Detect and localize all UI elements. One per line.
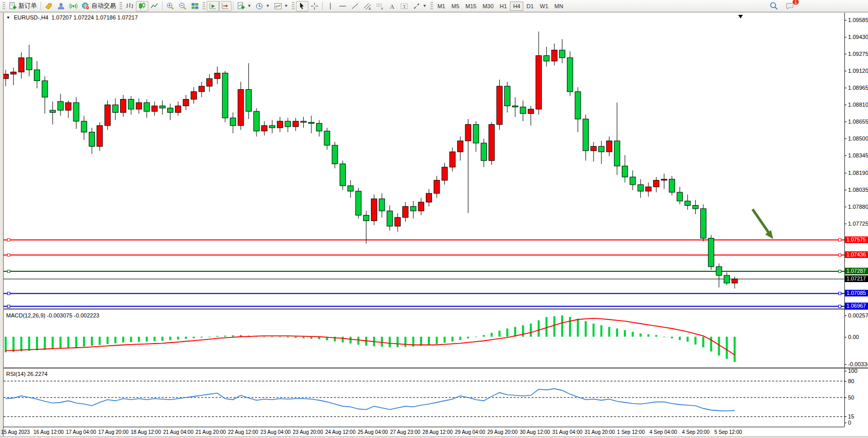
toolbar-grip[interactable]	[292, 2, 294, 10]
timeframe-M15[interactable]: M15	[462, 2, 479, 11]
chart-shift-marker[interactable]	[738, 15, 743, 18]
macd-pane[interactable]	[4, 310, 844, 367]
rsi-pane[interactable]	[4, 369, 844, 427]
candle-down	[481, 143, 487, 161]
candlestick-chart-button[interactable]	[136, 1, 148, 11]
price-axis-label: 1.08035	[848, 187, 868, 193]
shapes-arrows-button[interactable]: ▼	[410, 1, 429, 11]
vps-button[interactable]	[55, 1, 67, 11]
signals-button[interactable]	[67, 1, 80, 11]
date-label[interactable]: 31 Aug 04:00	[552, 429, 582, 435]
horizontal-line-button[interactable]	[337, 1, 349, 11]
candle-down	[708, 238, 714, 266]
market-depth-button[interactable]	[43, 1, 55, 11]
cursor-button[interactable]	[296, 1, 308, 11]
timeframe-M5[interactable]: M5	[448, 2, 462, 11]
macd-histogram-bar	[201, 337, 203, 338]
macd-histogram-bar	[162, 337, 164, 341]
zoom-in-button[interactable]	[164, 1, 176, 11]
date-label[interactable]: 16 Aug 12:00	[33, 429, 64, 435]
date-label[interactable]: 22 Aug 12:00	[228, 429, 258, 435]
date-label[interactable]: 27 Aug 23:00	[390, 429, 420, 435]
date-label[interactable]: 24 Aug 12:00	[325, 429, 356, 435]
date-label[interactable]: 23 Aug 20:00	[293, 429, 323, 435]
templates-button[interactable]: ▼	[272, 1, 290, 11]
timeframe-D1[interactable]: D1	[523, 2, 537, 11]
toolbar-grip[interactable]	[203, 2, 205, 10]
new-order-button[interactable]: 新订单	[7, 1, 39, 11]
line-handle[interactable]	[839, 238, 841, 241]
timeframe-H4[interactable]: H4	[510, 2, 523, 11]
macd-histogram-bar	[287, 337, 289, 338]
candle-down	[308, 122, 314, 123]
date-label[interactable]: 15 Aug 2023	[1, 429, 30, 435]
search-button[interactable]	[767, 1, 780, 11]
down-arrow-annotation[interactable]	[753, 209, 768, 232]
tile-windows-button[interactable]	[189, 1, 201, 11]
timeframe-M30[interactable]: M30	[480, 2, 497, 11]
text-icon: A	[388, 2, 396, 10]
timeframe-M1[interactable]: M1	[435, 2, 448, 11]
timeframe-H1[interactable]: H1	[497, 2, 510, 11]
equidistant-channel-button[interactable]: E	[361, 1, 373, 11]
auto-scroll-button[interactable]	[207, 1, 219, 11]
line-handle[interactable]	[8, 292, 10, 295]
line-handle[interactable]	[8, 270, 10, 273]
date-label[interactable]: 17 Aug 20:00	[98, 429, 129, 435]
auto-trading-button[interactable]: 自动交易	[80, 1, 118, 11]
date-label[interactable]: 18 Aug 12:00	[131, 429, 161, 435]
date-label[interactable]: 1 Sep 12:00	[617, 429, 645, 435]
line-handle[interactable]	[839, 254, 841, 256]
bar-chart-button[interactable]	[124, 1, 136, 11]
timeframe-MN[interactable]: MN	[551, 2, 566, 11]
zoom-out-button[interactable]	[176, 1, 189, 11]
date-label[interactable]: 4 Sep 20:00	[682, 429, 709, 435]
macd-histogram-bar	[294, 337, 297, 338]
date-label[interactable]: 29 Aug 04:00	[455, 429, 485, 435]
line-handle[interactable]	[839, 305, 841, 308]
price-pane[interactable]	[4, 13, 844, 309]
toolbar-grip[interactable]	[3, 2, 5, 10]
symbol-dropdown-icon[interactable]: ▼	[6, 15, 10, 20]
line-chart-button[interactable]	[148, 1, 161, 11]
notifications-button[interactable]: 1	[783, 1, 796, 11]
date-label[interactable]: 31 Aug 20:00	[585, 429, 615, 435]
date-label[interactable]: 5 Sep 12:00	[714, 429, 742, 435]
candle-up	[426, 193, 432, 202]
date-label[interactable]: 17 Aug 04:00	[66, 429, 96, 435]
date-label[interactable]: 28 Aug 12:00	[423, 429, 453, 435]
macd-histogram-bar	[28, 337, 30, 351]
toolbar-grip[interactable]	[430, 2, 433, 10]
line-handle[interactable]	[839, 292, 841, 295]
crosshair-button[interactable]	[308, 1, 321, 11]
candle-down	[144, 103, 150, 111]
text-label-button[interactable]: T	[398, 1, 410, 11]
trendline-button[interactable]	[349, 1, 361, 11]
date-label[interactable]: 29 Aug 20:00	[487, 429, 518, 435]
macd-histogram-bar	[310, 337, 312, 339]
tag-icon	[45, 2, 53, 10]
toolbar-grip[interactable]	[120, 2, 122, 10]
date-label[interactable]: 30 Aug 12:00	[520, 429, 550, 435]
rsi-axis-tick	[844, 381, 846, 382]
date-label[interactable]: 21 Aug 04:00	[163, 429, 193, 435]
indicators-button[interactable]: ▼	[235, 1, 253, 11]
timeframe-W1[interactable]: W1	[537, 2, 551, 11]
line-handle[interactable]	[839, 270, 841, 273]
line-handle[interactable]	[8, 254, 10, 256]
date-label[interactable]: 21 Aug 20:00	[195, 429, 226, 435]
chart-shift-button[interactable]	[219, 1, 231, 11]
line-handle[interactable]	[8, 305, 10, 308]
candle-down	[34, 70, 40, 81]
date-label[interactable]: 25 Aug 04:00	[358, 429, 388, 435]
candle-down	[504, 86, 510, 106]
date-label[interactable]: 4 Sep 04:00	[649, 429, 677, 435]
periods-button[interactable]: ▼	[253, 1, 272, 11]
text-button[interactable]: A	[386, 1, 398, 11]
candle-down	[575, 92, 581, 119]
vertical-line-button[interactable]	[324, 1, 337, 11]
candle-up	[442, 167, 447, 181]
date-label[interactable]: 23 Aug 04:00	[261, 429, 291, 435]
line-handle[interactable]	[8, 238, 10, 241]
fibonacci-button[interactable]: F	[373, 1, 386, 11]
